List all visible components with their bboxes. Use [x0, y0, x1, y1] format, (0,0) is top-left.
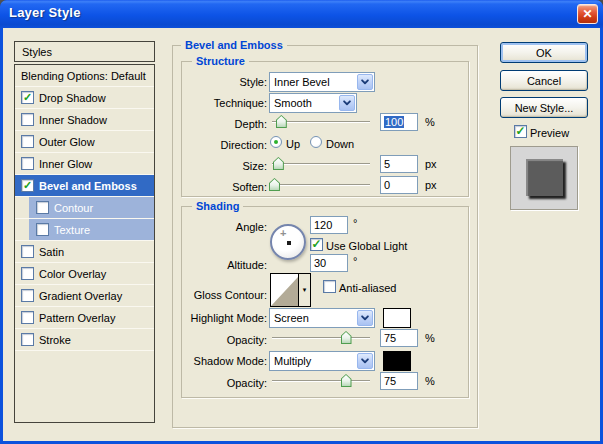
style-dropdown[interactable]: Inner Bevel: [269, 72, 375, 92]
shadow-mode-label: Shadow Mode:: [182, 354, 267, 368]
altitude-value: 30: [314, 257, 326, 269]
highlight-mode-value: Screen: [270, 312, 356, 324]
shadow-opacity-slider[interactable]: [272, 373, 370, 389]
style-dropdown-value: Inner Bevel: [270, 76, 356, 88]
slider-thumb[interactable]: [273, 157, 284, 170]
use-global-light-checkbox[interactable]: ✓: [310, 238, 323, 251]
anti-aliased-label[interactable]: Anti-aliased: [339, 281, 396, 295]
dial-center-dot: [287, 241, 291, 245]
ok-button[interactable]: OK: [500, 42, 588, 63]
sidebar-item-outer-glow[interactable]: Outer Glow: [15, 131, 154, 153]
item-checkbox[interactable]: ✓: [21, 179, 34, 192]
technique-dropdown-value: Smooth: [270, 97, 338, 109]
highlight-color-swatch[interactable]: [383, 308, 411, 328]
chevron-down-icon[interactable]: [357, 353, 373, 369]
highlight-opacity-slider[interactable]: [272, 330, 370, 346]
item-checkbox[interactable]: [36, 223, 49, 236]
highlight-mode-label: Highlight Mode:: [182, 311, 267, 325]
close-icon[interactable]: ✕: [577, 4, 598, 24]
soften-label: Soften:: [182, 180, 267, 194]
anti-aliased-checkbox[interactable]: [323, 280, 336, 293]
size-label: Size:: [182, 159, 267, 173]
sidebar-item-pattern-overlay[interactable]: Pattern Overlay: [15, 307, 154, 329]
title-bar[interactable]: Layer Style ✕: [0, 0, 603, 28]
sidebar-item-color-overlay[interactable]: Color Overlay: [15, 263, 154, 285]
size-value: 5: [384, 158, 390, 170]
preview-checkbox[interactable]: ✓: [514, 125, 527, 138]
sidebar-item-label: Drop Shadow: [39, 92, 106, 104]
sidebar-item-texture[interactable]: Texture: [15, 219, 154, 241]
depth-unit: %: [425, 116, 435, 128]
technique-dropdown[interactable]: Smooth: [269, 93, 357, 113]
shadow-mode-dropdown[interactable]: Multiply: [269, 351, 375, 371]
soften-slider[interactable]: [272, 177, 370, 193]
chevron-down-icon[interactable]: ▾: [298, 274, 310, 306]
sidebar-item-inner-shadow[interactable]: Inner Shadow: [15, 109, 154, 131]
sidebar-item-label: Blending Options: Default: [21, 70, 146, 82]
item-checkbox[interactable]: [21, 245, 34, 258]
window-title: Layer Style: [9, 5, 81, 20]
sidebar-item-gradient-overlay[interactable]: Gradient Overlay: [15, 285, 154, 307]
sidebar-item-label: Pattern Overlay: [39, 312, 115, 324]
angle-value: 120: [314, 219, 332, 231]
style-label: Style:: [182, 75, 267, 89]
slider-thumb[interactable]: [341, 331, 352, 344]
item-checkbox[interactable]: [21, 311, 34, 324]
gloss-contour-picker[interactable]: ▾: [270, 273, 311, 307]
sidebar-item-stroke[interactable]: Stroke: [15, 329, 154, 351]
sidebar-item-satin[interactable]: Satin: [15, 241, 154, 263]
direction-down-radio[interactable]: [310, 136, 322, 148]
sidebar-item-blending-options-default[interactable]: Blending Options: Default: [15, 65, 154, 87]
layer-style-dialog: Layer Style ✕ Styles Blending Options: D…: [0, 0, 603, 444]
size-unit: px: [425, 158, 437, 170]
shading-group: Shading Angle: + 120 ° ✓ Use Global Ligh…: [181, 206, 469, 398]
technique-label: Technique:: [182, 96, 267, 110]
sidebar-item-bevel-and-emboss[interactable]: ✓Bevel and Emboss: [15, 175, 154, 197]
sidebar-item-inner-glow[interactable]: Inner Glow: [15, 153, 154, 175]
chevron-down-icon[interactable]: [357, 74, 373, 90]
preview-label[interactable]: Preview: [530, 126, 569, 140]
highlight-opacity-field[interactable]: 75: [380, 329, 418, 347]
item-checkbox[interactable]: [21, 333, 34, 346]
new-style-button[interactable]: New Style...: [500, 97, 588, 118]
depth-slider[interactable]: [272, 114, 370, 130]
chevron-down-icon[interactable]: [339, 95, 355, 111]
cancel-button[interactable]: Cancel: [500, 70, 588, 91]
sidebar-item-label: Color Overlay: [39, 268, 106, 280]
shadow-opacity-field[interactable]: 75: [380, 372, 418, 390]
depth-field[interactable]: 100: [380, 113, 418, 131]
direction-up-radio[interactable]: [270, 136, 282, 148]
gloss-contour-label: Gloss Contour:: [182, 288, 267, 302]
item-checkbox[interactable]: ✓: [21, 91, 34, 104]
item-checkbox[interactable]: [21, 267, 34, 280]
soften-field[interactable]: 0: [380, 176, 418, 194]
soften-value: 0: [384, 179, 390, 191]
direction-up-label[interactable]: Up: [286, 137, 300, 151]
size-field[interactable]: 5: [380, 155, 418, 173]
slider-thumb[interactable]: [269, 178, 280, 191]
angle-dial[interactable]: +: [270, 224, 306, 260]
use-global-light-label[interactable]: Use Global Light: [326, 239, 407, 253]
item-checkbox[interactable]: [36, 201, 49, 214]
item-checkbox[interactable]: [21, 113, 34, 126]
sidebar-item-drop-shadow[interactable]: ✓Drop Shadow: [15, 87, 154, 109]
shadow-color-swatch[interactable]: [383, 351, 411, 371]
chevron-down-icon[interactable]: [357, 310, 373, 326]
item-checkbox[interactable]: [21, 289, 34, 302]
highlight-mode-dropdown[interactable]: Screen: [269, 308, 375, 328]
panel-title: Bevel and Emboss: [181, 39, 287, 52]
sidebar-item-label: Inner Shadow: [39, 114, 107, 126]
slider-thumb[interactable]: [276, 115, 287, 128]
size-slider[interactable]: [272, 156, 370, 172]
direction-down-label[interactable]: Down: [326, 137, 354, 151]
slider-thumb[interactable]: [341, 374, 352, 387]
slider-track: [272, 184, 370, 186]
angle-field[interactable]: 120: [310, 216, 348, 234]
item-checkbox[interactable]: [21, 135, 34, 148]
preview-bevel-square: [526, 159, 563, 196]
item-checkbox[interactable]: [21, 157, 34, 170]
altitude-field[interactable]: 30: [310, 254, 348, 272]
shadow-opacity-value: 75: [384, 375, 396, 387]
shadow-opacity-label: Opacity:: [182, 376, 267, 390]
sidebar-item-contour[interactable]: Contour: [15, 197, 154, 219]
